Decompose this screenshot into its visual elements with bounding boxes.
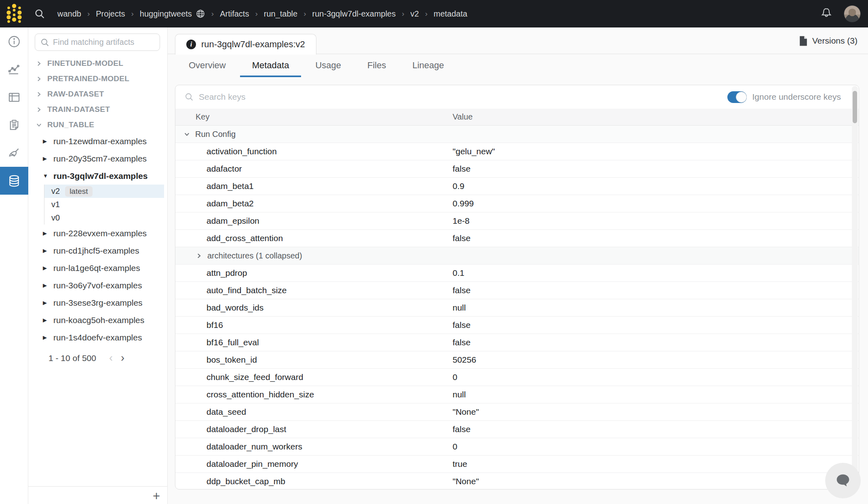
pagination-next-icon[interactable]: ›	[121, 352, 124, 364]
breadcrumb-item[interactable]: Artifacts	[220, 9, 249, 19]
toggle-knob	[736, 92, 747, 103]
table-row[interactable]: chunk_size_feed_forward0	[175, 369, 859, 386]
sidebar-category-raw-dataset[interactable]: RAW-DATASET	[28, 86, 167, 102]
sidebar-category-pretrained-model[interactable]: PRETRAINED-MODEL	[28, 71, 167, 86]
user-avatar[interactable]	[844, 5, 861, 22]
artifact-version-title: run-3gqlw7dl-examples:v2	[201, 39, 305, 50]
global-search-icon[interactable]	[34, 8, 45, 19]
table-row[interactable]: cross_attention_hidden_sizenull	[175, 386, 859, 403]
panel-scrollbar-track[interactable]	[852, 86, 858, 488]
tab-usage[interactable]: Usage	[303, 54, 353, 77]
table-row[interactable]: dataloader_pin_memorytrue	[175, 456, 859, 473]
panel-scrollbar-thumb[interactable]	[853, 91, 857, 123]
breadcrumb-label: wandb	[57, 9, 81, 19]
metadata-search-row: Search keys Ignore underscore keys	[175, 85, 859, 109]
version-item-v0[interactable]: v0	[44, 211, 164, 225]
metadata-key: dataloader_drop_last	[175, 424, 453, 434]
table-row[interactable]: adam_beta10.9	[175, 178, 859, 195]
table-row[interactable]: bf16false	[175, 317, 859, 334]
sidebar-run-item[interactable]: ▶run-228evxem-examples	[28, 225, 167, 242]
sidebar-run-item[interactable]: ▶run-la1ge6qt-examples	[28, 259, 167, 277]
metadata-key: activation_function	[175, 147, 453, 156]
table-row[interactable]: dataloader_num_workers0	[175, 438, 859, 456]
breadcrumb-separator-icon: ›	[255, 9, 257, 18]
add-artifact-button[interactable]: +	[153, 490, 160, 502]
sidebar-run-item[interactable]: ▶run-1zewdmar-examples	[28, 132, 167, 150]
sidebar-category-finetuned-model[interactable]: FINETUNED-MODEL	[28, 56, 167, 71]
rail-artifacts-database-icon[interactable]	[0, 167, 28, 195]
table-row[interactable]: bos_token_id50256	[175, 351, 859, 369]
table-row[interactable]: activation_function"gelu_new"	[175, 143, 859, 160]
sidebar-run-item[interactable]: ▶run-20y35cm7-examples	[28, 150, 167, 167]
sidebar-run-item[interactable]: ▶run-cd1jhcf5-examples	[28, 242, 167, 259]
breadcrumb-item[interactable]: v2	[411, 9, 419, 19]
tab-lineage[interactable]: Lineage	[400, 54, 456, 77]
run-item-label: run-1zewdmar-examples	[53, 136, 147, 146]
search-keys-input[interactable]: Search keys	[199, 92, 246, 102]
rail-info-icon[interactable]	[0, 27, 28, 55]
table-row[interactable]: add_cross_attentionfalse	[175, 230, 859, 247]
metadata-key: dataloader_pin_memory	[175, 459, 453, 469]
rail-workspace-line-chart-icon[interactable]	[0, 55, 28, 83]
sidebar-run-item[interactable]: ▶run-3o6y7vof-examples	[28, 277, 167, 294]
run-item-label: run-koacg5oh-examples	[53, 315, 144, 325]
rail-reports-clipboard-icon[interactable]	[0, 111, 28, 139]
table-row[interactable]: adafactorfalse	[175, 160, 859, 178]
rail-tables-icon[interactable]	[0, 83, 28, 111]
pagination-prev-icon[interactable]: ‹	[109, 352, 113, 364]
breadcrumb-label: metadata	[434, 9, 467, 19]
pagination-label: 1 - 10 of 500	[48, 353, 96, 363]
metadata-value: false	[453, 320, 859, 330]
table-row[interactable]: bad_words_idsnull	[175, 299, 859, 317]
version-label: v1	[51, 200, 60, 209]
metadata-value: 1e-8	[453, 216, 859, 226]
table-row[interactable]: bf16_full_evalfalse	[175, 334, 859, 351]
breadcrumb-item[interactable]: Projects	[96, 9, 125, 19]
table-row[interactable]: ddp_bucket_cap_mb"None"	[175, 473, 859, 489]
table-row[interactable]: data_seed"None"	[175, 403, 859, 421]
run-item-label: run-20y35cm7-examples	[53, 154, 147, 164]
table-row[interactable]: adam_beta20.999	[175, 195, 859, 212]
table-row[interactable]: auto_find_batch_sizefalse	[175, 282, 859, 299]
tab-metadata[interactable]: Metadata	[240, 54, 301, 77]
run-item-label: run-1s4doefv-examples	[53, 333, 142, 342]
sidebar-category-run_table[interactable]: RUN_TABLE	[28, 117, 167, 132]
chevron-right-icon	[36, 60, 42, 67]
breadcrumb-item[interactable]: run_table	[264, 9, 297, 19]
breadcrumb-label: huggingtweets	[140, 9, 192, 19]
sidebar-run-item[interactable]: ▶run-3sese3rg-examples	[28, 294, 167, 311]
metadata-key: add_cross_attention	[175, 233, 453, 243]
find-artifacts-input[interactable]: Find matching artifacts	[35, 34, 160, 51]
breadcrumb-separator-icon: ›	[425, 9, 428, 18]
breadcrumb-item[interactable]: huggingtweets	[140, 9, 205, 19]
table-row[interactable]: dataloader_drop_lastfalse	[175, 421, 859, 438]
sidebar-category-train-dataset[interactable]: TRAIN-DATASET	[28, 102, 167, 117]
tab-files[interactable]: Files	[355, 54, 398, 77]
tab-overview[interactable]: Overview	[177, 54, 238, 77]
table-row[interactable]: attn_pdrop0.1	[175, 265, 859, 282]
version-item-v1[interactable]: v1	[44, 198, 164, 211]
run-item-label: run-228evxem-examples	[53, 229, 147, 238]
triangle-right-icon: ▶	[43, 317, 48, 323]
notifications-bell-icon[interactable]	[820, 7, 832, 21]
table-row[interactable]: adam_epsilon1e-8	[175, 212, 859, 230]
versions-button[interactable]: Versions (3)	[799, 27, 857, 54]
breadcrumb-item[interactable]: run-3gqlw7dl-examples	[312, 9, 396, 19]
version-item-v2[interactable]: v2latest	[44, 185, 164, 198]
group-label-cell: architectures (1 collapsed)	[175, 251, 453, 260]
table-group-row[interactable]: architectures (1 collapsed)	[175, 247, 859, 265]
sidebar-run-item[interactable]: ▶run-1s4doefv-examples	[28, 329, 167, 346]
table-group-row[interactable]: Run Config	[175, 126, 859, 143]
chevron-right-icon	[196, 252, 202, 259]
breadcrumb-separator-icon: ›	[402, 9, 404, 18]
rail-sweeps-broom-icon[interactable]	[0, 139, 28, 167]
ignore-underscore-toggle[interactable]	[727, 91, 747, 103]
artifact-version-tab[interactable]: i run-3gqlw7dl-examples:v2	[175, 34, 316, 55]
sidebar-run-item[interactable]: ▼run-3gqlw7dl-examples	[28, 167, 167, 185]
help-chat-button[interactable]	[825, 463, 861, 498]
breadcrumb-item[interactable]: wandb	[57, 9, 81, 19]
wandb-logo-icon[interactable]	[5, 4, 23, 24]
sidebar-run-item[interactable]: ▶run-koacg5oh-examples	[28, 311, 167, 329]
breadcrumb-item[interactable]: metadata	[434, 9, 467, 19]
run-item-label: run-la1ge6qt-examples	[53, 263, 140, 273]
